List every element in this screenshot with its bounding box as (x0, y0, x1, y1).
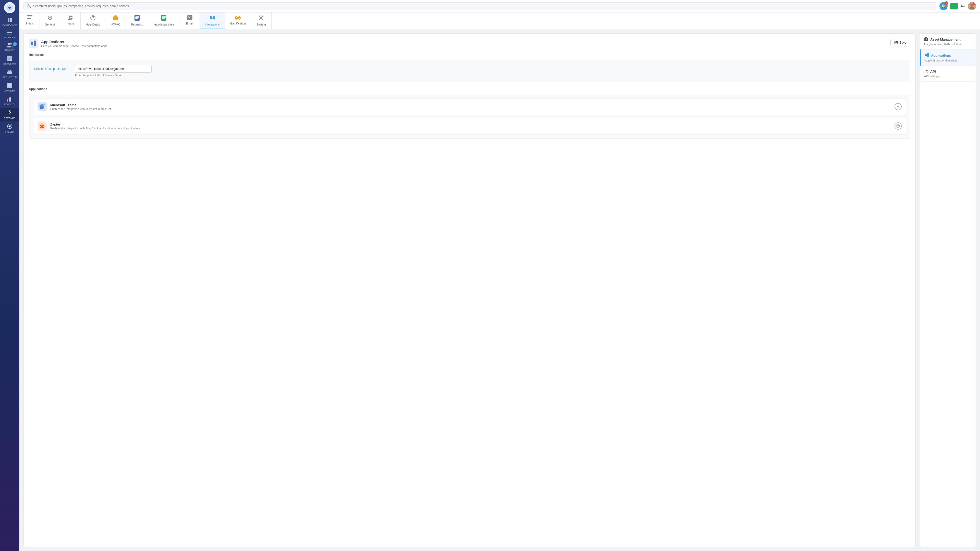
tab-users[interactable]: Users (60, 13, 81, 29)
help-desks-tab-icon (90, 15, 96, 22)
catalog-tab-icon (113, 15, 118, 21)
svg-point-55 (236, 17, 237, 18)
right-section-asset-management[interactable]: Asset Management Integration with ITAM s… (920, 34, 976, 49)
applications-section-label: Applications (29, 87, 910, 91)
tab-gamification[interactable]: Gamification (225, 13, 251, 29)
svg-rect-41 (135, 18, 138, 19)
resources-section-label: Resources (29, 53, 910, 57)
svg-rect-73 (925, 54, 927, 56)
svg-rect-72 (926, 38, 927, 40)
right-panel: Asset Management Integration with ITAM s… (920, 33, 976, 547)
add-button[interactable]: + (950, 3, 958, 10)
sidebar-item-reports[interactable]: REPORTS (0, 94, 19, 108)
svg-rect-27 (27, 15, 32, 16)
svg-rect-21 (10, 97, 11, 102)
save-icon: 💾 (894, 41, 898, 44)
tab-help-desks[interactable]: Help Desks (81, 13, 105, 29)
sidebar-item-label: REQUESTED (3, 76, 17, 79)
svg-rect-5 (7, 30, 12, 32)
tab-catalog[interactable]: Catalog (105, 13, 126, 29)
tab-knowledge-base-label: Knowledge base (153, 23, 174, 26)
tab-knowledge-base[interactable]: Knowledge base (148, 13, 180, 29)
tab-general[interactable]: General (40, 13, 60, 29)
url-row: Service Desk public URL Enter the public… (34, 65, 905, 77)
svg-rect-63 (41, 105, 43, 105)
tab-system-label: System (256, 23, 266, 26)
index-tab-icon (27, 15, 32, 21)
settings-icon (7, 110, 13, 116)
svg-line-75 (926, 70, 927, 72)
notification-badge: 5 (945, 1, 948, 5)
svg-rect-45 (162, 17, 165, 17)
tab-requests[interactable]: Requests (126, 13, 148, 29)
microsoft-teams-add-button[interactable] (894, 103, 902, 110)
notifications-button[interactable]: 🔔 5 (939, 2, 948, 10)
url-label: Service Desk public URL (34, 67, 70, 71)
tab-catalog-label: Catalog (111, 22, 121, 25)
panel-title: Applications (41, 40, 108, 44)
gamification-tab-icon (235, 15, 241, 21)
svg-rect-40 (135, 17, 139, 17)
topbar-actions: 🔔 5 + 447 1 (939, 2, 976, 10)
svg-rect-1 (8, 18, 10, 20)
svg-rect-74 (927, 53, 929, 57)
tab-requests-label: Requests (131, 23, 143, 26)
svg-point-9 (10, 43, 12, 44)
sidebar-item-my-work[interactable]: MY WORK (0, 29, 19, 41)
svg-rect-15 (7, 83, 12, 88)
tab-gamification-label: Gamification (230, 22, 246, 25)
tab-index[interactable]: Index (19, 13, 40, 29)
applications-right-title: Applications (931, 54, 951, 57)
sidebar-item-label: MY WORK (4, 36, 15, 39)
search-icon: 🔍 (27, 4, 31, 8)
sidebar-item-label: REQUESTS (3, 63, 16, 65)
svg-rect-6 (7, 32, 12, 33)
svg-point-56 (239, 18, 240, 19)
sidebar-item-requested[interactable]: REQUESTED (0, 67, 19, 81)
app-item-microsoft-teams: Microsoft Teams Enables the integration … (33, 98, 906, 115)
sidebar-item-dashboard[interactable]: DASHBOARD (0, 15, 19, 29)
panel-title-area: Applications Here you can manage Service… (29, 39, 108, 48)
svg-rect-3 (8, 20, 10, 22)
app-logo[interactable] (4, 2, 15, 13)
tab-integrations[interactable]: Integrations (200, 13, 225, 29)
svg-rect-49 (213, 16, 215, 19)
sidebar-item-manager[interactable]: 2 MANAGER (0, 41, 19, 54)
sidebar-item-requests[interactable]: REQUESTS (0, 54, 19, 67)
tab-users-label: Users (67, 22, 74, 25)
svg-rect-44 (162, 16, 165, 17)
right-section-applications[interactable]: Applications Applications configuration. (920, 49, 976, 66)
insight-icon (7, 124, 13, 130)
api-icon (924, 69, 928, 74)
svg-rect-43 (161, 15, 166, 21)
users-tab-icon (68, 15, 73, 21)
url-input[interactable] (75, 65, 151, 73)
email-tab-icon (187, 15, 192, 21)
main-area: 🔍 🔔 5 + 447 1 (19, 0, 980, 551)
svg-point-30 (49, 17, 51, 19)
svg-rect-58 (30, 41, 33, 45)
topbar: 🔍 🔔 5 + 447 1 (19, 0, 980, 13)
sidebar-item-settings[interactable]: SETTINGS (0, 108, 19, 121)
zapier-name: Zapier (50, 122, 894, 126)
svg-point-62 (43, 103, 45, 106)
search-bar[interactable]: 🔍 (24, 2, 936, 10)
zapier-help-button[interactable] (894, 122, 902, 130)
save-button[interactable]: 💾 Save (891, 39, 910, 46)
right-section-api[interactable]: API API settings. (920, 66, 976, 82)
search-input[interactable] (33, 4, 933, 8)
tab-email[interactable]: Email (180, 13, 200, 29)
main-panel: Applications Here you can manage Service… (24, 33, 916, 547)
svg-rect-46 (162, 18, 165, 19)
sidebar-item-label: MANAGER (4, 49, 16, 52)
tab-system[interactable]: System (251, 13, 272, 29)
sidebar-item-insight[interactable]: INSIGHT (0, 121, 19, 135)
sidebar-item-articles[interactable]: ARTICLES (0, 81, 19, 94)
user-avatar[interactable]: 1 (968, 2, 976, 10)
svg-rect-20 (9, 98, 10, 102)
svg-point-69 (898, 127, 898, 127)
dashboard-icon (7, 17, 12, 23)
svg-rect-38 (135, 15, 140, 21)
tab-index-label: Index (26, 22, 33, 25)
svg-rect-64 (41, 106, 44, 106)
